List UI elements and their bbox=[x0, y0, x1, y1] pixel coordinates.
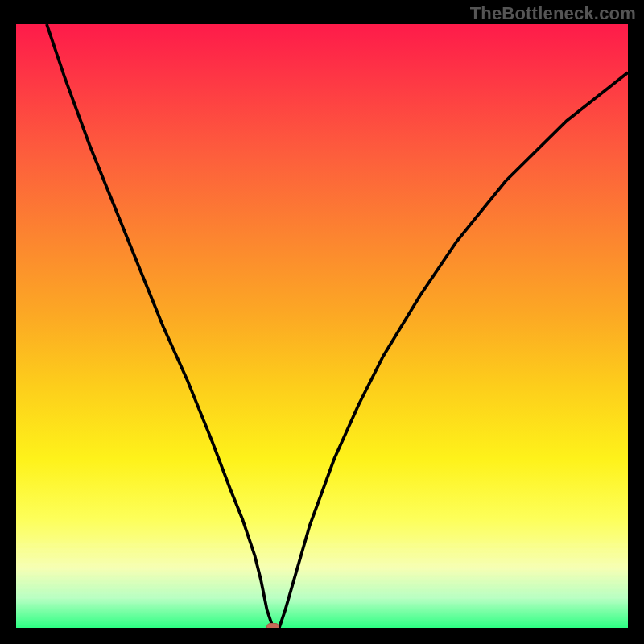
watermark-text: TheBottleneck.com bbox=[470, 3, 636, 24]
curve-path bbox=[47, 24, 628, 628]
chart-container: TheBottleneck.com bbox=[0, 0, 644, 644]
bottleneck-curve bbox=[16, 24, 628, 628]
plot-area bbox=[16, 24, 628, 628]
bottleneck-marker bbox=[266, 623, 279, 628]
